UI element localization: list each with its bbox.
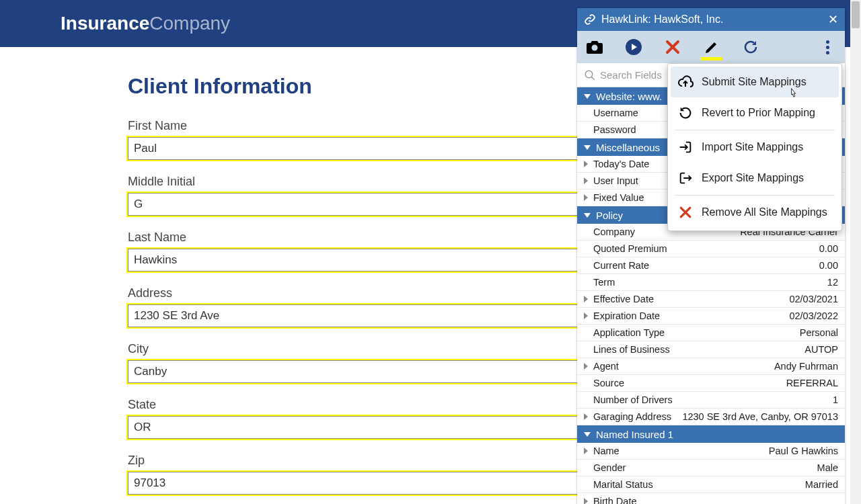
row-current-rate[interactable]: Current Rate0.00	[577, 257, 845, 274]
export-icon	[677, 170, 694, 186]
row-gender[interactable]: GenderMale	[577, 460, 845, 476]
refresh-icon[interactable]	[741, 38, 760, 56]
panel-title-text: HawkLink: HawkSoft, Inc.	[601, 13, 723, 26]
svg-line-3	[591, 77, 595, 80]
export-site-mappings[interactable]: Export Site Mappings	[671, 163, 839, 194]
search-icon	[584, 69, 596, 81]
delete-x-icon[interactable]	[663, 38, 682, 56]
row-quoted-premium[interactable]: Quoted Premium0.00	[577, 241, 845, 257]
svg-point-2	[585, 71, 593, 78]
import-icon	[677, 139, 694, 155]
row-source[interactable]: SourceREFERRAL	[577, 375, 845, 392]
close-icon[interactable]: ✕	[828, 12, 838, 27]
play-icon[interactable]	[624, 38, 643, 56]
remove-x-icon	[677, 204, 694, 220]
submit-site-mappings[interactable]: Submit Site Mappings	[671, 67, 839, 97]
link-icon	[584, 13, 596, 26]
svg-point-0	[592, 45, 598, 51]
panel-titlebar[interactable]: HawkLink: HawkSoft, Inc. ✕	[577, 8, 845, 31]
row-marital-status[interactable]: Marital StatusMarried	[577, 476, 845, 493]
row-lines-of-business[interactable]: Lines of BusinessAUTOP	[577, 341, 845, 358]
remove-all-mappings[interactable]: Remove All Site Mappings	[671, 197, 839, 228]
logo: InsuranceCompany	[61, 13, 230, 34]
scrollbar-track[interactable]	[850, 0, 861, 504]
revert-mapping[interactable]: Revert to Prior Mapping	[671, 97, 839, 128]
import-site-mappings[interactable]: Import Site Mappings	[671, 132, 839, 163]
panel-toolbar	[577, 31, 845, 63]
highlighter-icon[interactable]	[702, 38, 721, 56]
row-application-type[interactable]: Application TypePersonal	[577, 325, 845, 341]
row-term[interactable]: Term12	[577, 274, 845, 291]
row-agent[interactable]: AgentAndy Fuhrman	[577, 358, 845, 375]
row-expiration-date[interactable]: Expiration Date02/03/2022	[577, 308, 845, 325]
kebab-menu-icon[interactable]	[818, 38, 837, 56]
row-garaging-address[interactable]: Garaging Address1230 SE 3rd Ave, Canby, …	[577, 409, 845, 425]
row-effective-date[interactable]: Effective Date02/03/2021	[577, 291, 845, 308]
scrollbar-thumb[interactable]	[852, 1, 860, 28]
section-named-insured-1[interactable]: Named Insured 1	[577, 425, 845, 443]
camera-icon[interactable]	[585, 38, 604, 56]
more-actions-menu: Submit Site Mappings Revert to Prior Map…	[667, 63, 842, 231]
row-name[interactable]: NamePaul G Hawkins	[577, 443, 845, 460]
row-birth-date[interactable]: Birth Date	[577, 493, 845, 504]
revert-icon	[677, 105, 694, 121]
cloud-upload-icon	[677, 74, 694, 90]
row-num-drivers[interactable]: Number of Drivers1	[577, 392, 845, 409]
